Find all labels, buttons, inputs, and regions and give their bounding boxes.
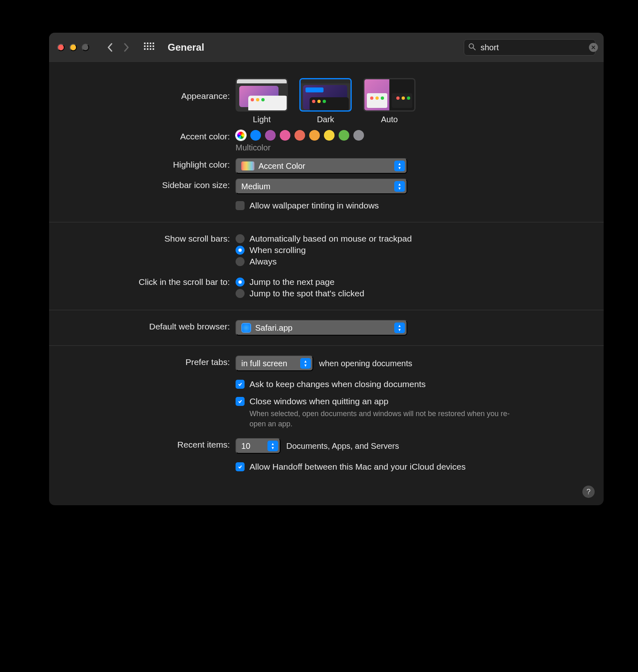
close-windows-checkbox[interactable]: [236, 397, 245, 406]
window-title: General: [168, 42, 204, 53]
select-stepper-icon: ▲▼: [300, 358, 311, 369]
wallpaper-tint-checkbox[interactable]: [236, 201, 245, 210]
prefer-tabs-suffix: when opening documents: [319, 359, 412, 368]
recent-items-label: Recent items:: [60, 438, 236, 450]
appearance-label: Appearance:: [60, 78, 236, 101]
scrollbars-when-scrolling-radio[interactable]: [236, 246, 245, 255]
recent-items-suffix: Documents, Apps, and Servers: [286, 441, 399, 451]
select-stepper-icon: ▲▼: [394, 181, 405, 192]
zoom-window-button[interactable]: [82, 44, 89, 51]
appearance-light-option[interactable]: [236, 78, 288, 112]
accent-selected-name: Multicolor: [236, 143, 581, 152]
accent-graphite[interactable]: [353, 130, 364, 141]
highlight-color-select[interactable]: Accent Color ▲▼: [236, 158, 407, 174]
prefer-tabs-label: Prefer tabs:: [60, 356, 236, 367]
ask-keep-changes-checkbox[interactable]: [236, 380, 245, 389]
grid-icon: [144, 43, 154, 52]
default-browser-select[interactable]: Safari.app ▲▼: [236, 320, 407, 336]
recent-items-value: 10: [241, 441, 250, 451]
scrollbars-auto-radio[interactable]: [236, 234, 245, 243]
accent-orange[interactable]: [309, 130, 320, 141]
sidebar-size-value: Medium: [241, 182, 270, 191]
scrollbars-label: Show scroll bars:: [60, 232, 236, 244]
minimize-window-button[interactable]: [70, 44, 77, 51]
ask-keep-changes-label: Ask to keep changes when closing documen…: [249, 379, 426, 389]
prefer-tabs-value: in full screen: [241, 359, 287, 368]
accent-blue[interactable]: [250, 130, 261, 141]
default-browser-value: Safari.app: [255, 323, 292, 333]
show-all-button[interactable]: [137, 39, 164, 56]
search-input[interactable]: [480, 43, 585, 53]
sidebar-size-label: Sidebar icon size:: [60, 179, 236, 190]
titlebar: General ✕: [49, 33, 604, 63]
select-stepper-icon: ▲▼: [394, 323, 405, 333]
svg-line-1: [473, 48, 475, 50]
select-stepper-icon: ▲▼: [267, 441, 278, 451]
recent-items-select[interactable]: 10 ▲▼: [236, 438, 281, 454]
sidebar-size-select[interactable]: Medium ▲▼: [236, 179, 407, 194]
close-windows-help: When selected, open documents and window…: [249, 409, 511, 429]
search-icon: [468, 43, 476, 52]
accent-green[interactable]: [339, 130, 349, 141]
search-field-wrap[interactable]: ✕: [464, 39, 595, 56]
accent-purple[interactable]: [265, 130, 276, 141]
wallpaper-tint-label: Allow wallpaper tinting in windows: [249, 201, 379, 211]
scrollbars-option-1: When scrolling: [249, 245, 306, 255]
help-icon: ?: [586, 488, 591, 496]
accent-pink[interactable]: [280, 130, 290, 141]
accent-yellow[interactable]: [324, 130, 335, 141]
scrollbars-option-0: Automatically based on mouse or trackpad: [249, 234, 412, 244]
accent-red[interactable]: [294, 130, 305, 141]
appearance-dark-option[interactable]: [299, 78, 352, 112]
safari-icon: [241, 323, 251, 333]
x-icon: ✕: [591, 44, 596, 51]
select-stepper-icon: ▲▼: [394, 161, 405, 171]
close-window-button[interactable]: [57, 44, 65, 51]
default-browser-label: Default web browser:: [60, 320, 236, 332]
click-scrollbar-spot-radio[interactable]: [236, 289, 245, 298]
highlight-value: Accent Color: [258, 161, 306, 171]
appearance-light-label: Light: [253, 115, 270, 124]
scrollbars-option-2: Always: [249, 257, 277, 267]
scrollbars-always-radio[interactable]: [236, 257, 245, 266]
click-scrollbar-next-page-radio[interactable]: [236, 278, 245, 287]
click-scrollbar-option-1: Jump to the spot that's clicked: [249, 289, 364, 298]
content-area: Appearance: Light: [49, 63, 604, 505]
chevron-left-icon: [107, 43, 113, 52]
forward-button[interactable]: [120, 39, 133, 56]
click-scrollbar-label: Click in the scroll bar to:: [60, 276, 236, 287]
appearance-auto-option[interactable]: [363, 78, 416, 112]
preferences-window: General ✕ Appearance:: [49, 33, 604, 505]
highlight-label: Highlight color:: [60, 158, 236, 170]
chevron-right-icon: [124, 43, 129, 52]
back-button[interactable]: [104, 39, 116, 56]
clear-search-button[interactable]: ✕: [589, 43, 598, 52]
close-windows-label: Close windows when quitting an app: [249, 396, 389, 406]
appearance-dark-label: Dark: [317, 115, 334, 124]
traffic-lights: [57, 44, 89, 51]
handoff-checkbox[interactable]: [236, 462, 245, 471]
appearance-auto-label: Auto: [381, 115, 398, 124]
accent-label: Accent color:: [60, 130, 236, 141]
handoff-label: Allow Handoff between this Mac and your …: [249, 462, 465, 472]
prefer-tabs-select[interactable]: in full screen ▲▼: [236, 356, 313, 371]
accent-multicolor[interactable]: [236, 130, 246, 141]
highlight-gradient-icon: [241, 161, 254, 170]
click-scrollbar-option-0: Jump to the next page: [249, 277, 335, 287]
